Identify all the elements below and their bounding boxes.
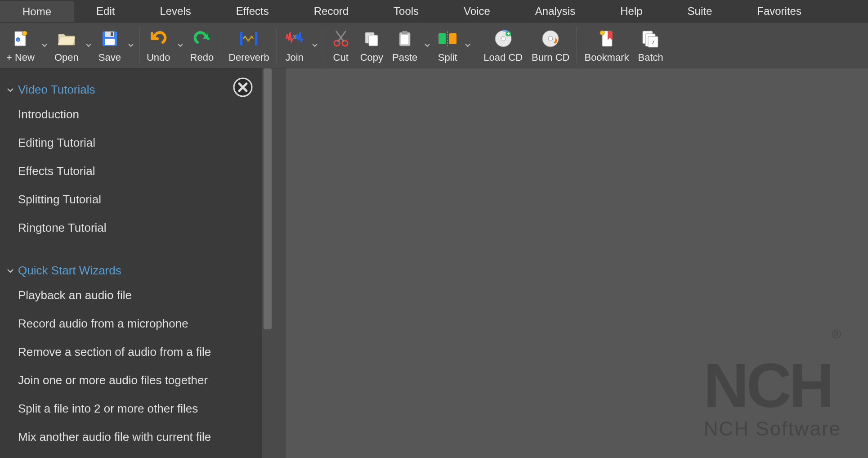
undo-icon: [148, 28, 169, 49]
join-icon: [284, 28, 305, 49]
svg-point-3: [22, 31, 27, 36]
cd-load-icon: [493, 28, 514, 49]
svg-rect-18: [449, 33, 456, 44]
loadcd-button[interactable]: Load CD: [479, 22, 527, 68]
section-quick-start-wizards[interactable]: Quick Start Wizards: [7, 260, 262, 281]
svg-rect-13: [369, 35, 378, 46]
svg-rect-6: [111, 32, 113, 36]
split-button[interactable]: Split: [433, 22, 462, 68]
svg-text:♪: ♪: [17, 38, 19, 42]
copy-icon: [361, 28, 382, 49]
new-file-icon: ♪: [10, 28, 31, 49]
redo-icon: [192, 28, 212, 49]
redo-button[interactable]: Redo: [186, 22, 219, 68]
brand-watermark: NCH® NCH Software: [703, 359, 841, 440]
main-canvas: NCH® NCH Software: [286, 68, 868, 458]
split-icon: [437, 28, 458, 49]
tab-voice[interactable]: Voice: [441, 0, 513, 22]
dereverb-button[interactable]: Dereverb: [224, 22, 273, 68]
svg-rect-9: [255, 32, 258, 45]
copy-button[interactable]: Copy: [356, 22, 388, 68]
section-title: Quick Start Wizards: [18, 264, 121, 278]
section-video-tutorials[interactable]: Video Tutorials: [7, 79, 262, 100]
menu-bar: Home Edit Levels Effects Record Tools Vo…: [0, 0, 868, 22]
tab-favorites[interactable]: Favorites: [734, 0, 824, 22]
tab-levels[interactable]: Levels: [137, 0, 213, 22]
cut-label: Cut: [333, 52, 349, 63]
toolbar: ♪ + New Open: [0, 22, 868, 68]
cut-scissors-icon: [331, 28, 351, 49]
join-dropdown[interactable]: [309, 22, 320, 68]
sidebar-item-introduction[interactable]: Introduction: [7, 100, 262, 129]
undo-dropdown[interactable]: [175, 22, 186, 68]
undo-label: Undo: [147, 52, 170, 63]
close-panel-button[interactable]: [232, 76, 254, 98]
svg-rect-17: [438, 33, 446, 44]
sidebar-item-record-mic[interactable]: Record audio from a microphone: [7, 310, 262, 338]
sidebar-scrollbar[interactable]: [262, 68, 273, 458]
join-button[interactable]: Join: [280, 22, 309, 68]
svg-text:♪: ♪: [652, 39, 654, 45]
dereverb-icon: [238, 28, 259, 49]
svg-rect-7: [105, 39, 115, 45]
svg-rect-8: [240, 32, 243, 45]
tab-effects[interactable]: Effects: [214, 0, 291, 22]
svg-point-24: [548, 36, 553, 41]
sidebar-item-remove-section[interactable]: Remove a section of audio from a file: [7, 338, 262, 366]
open-button[interactable]: Open: [50, 22, 83, 68]
sidebar-item-splitting-tutorial[interactable]: Splitting Tutorial: [7, 185, 262, 214]
split-dropdown[interactable]: [462, 22, 473, 68]
batch-button[interactable]: ♪ Batch: [634, 22, 668, 68]
tab-home[interactable]: Home: [0, 0, 74, 22]
redo-label: Redo: [190, 52, 214, 63]
burncd-button[interactable]: Burn CD: [527, 22, 574, 68]
tab-analysis[interactable]: Analysis: [513, 0, 598, 22]
sidebar-item-mix-file[interactable]: Mix another audio file with current file: [7, 423, 262, 451]
open-folder-icon: [56, 28, 77, 49]
burncd-label: Burn CD: [532, 52, 569, 63]
undo-button[interactable]: Undo: [142, 22, 175, 68]
tab-edit[interactable]: Edit: [74, 0, 137, 22]
sidebar-item-split-files[interactable]: Split a file into 2 or more other files: [7, 395, 262, 423]
new-label: + New: [6, 52, 35, 63]
save-dropdown[interactable]: [125, 22, 136, 68]
bookmark-icon: [596, 28, 617, 49]
sidebar-item-ringtone-tutorial[interactable]: Ringtone Tutorial: [7, 214, 262, 242]
svg-point-26: [600, 31, 604, 35]
sidebar-panel: Video Tutorials Introduction Editing Tut…: [0, 68, 273, 458]
paste-dropdown[interactable]: [422, 22, 433, 68]
tab-record[interactable]: Record: [291, 0, 371, 22]
close-circle-icon: [233, 77, 253, 97]
splitter-handle[interactable]: [273, 68, 286, 458]
chevron-down-icon: [7, 86, 14, 94]
batch-label: Batch: [638, 52, 663, 63]
loadcd-label: Load CD: [483, 52, 523, 63]
join-label: Join: [285, 52, 303, 63]
new-button[interactable]: ♪ + New: [2, 22, 39, 68]
svg-rect-15: [402, 31, 407, 34]
sidebar-item-join-files[interactable]: Join one or more audio files together: [7, 366, 262, 395]
tab-help[interactable]: Help: [598, 0, 665, 22]
scrollbar-thumb[interactable]: [264, 68, 272, 329]
open-dropdown[interactable]: [83, 22, 94, 68]
chevron-down-icon: [7, 267, 14, 274]
bookmark-button[interactable]: Bookmark: [580, 22, 633, 68]
brand-subtitle: NCH Software: [703, 418, 841, 440]
tab-tools[interactable]: Tools: [371, 0, 441, 22]
open-label: Open: [54, 52, 79, 63]
paste-button[interactable]: Paste: [388, 22, 422, 68]
sidebar-item-editing-tutorial[interactable]: Editing Tutorial: [7, 129, 262, 157]
brand-logo: NCH: [703, 350, 832, 421]
new-dropdown[interactable]: [39, 22, 50, 68]
sidebar-item-effects-tutorial[interactable]: Effects Tutorial: [7, 157, 262, 185]
sidebar-item-playback[interactable]: Playback an audio file: [7, 281, 262, 310]
section-title: Video Tutorials: [18, 83, 95, 97]
save-button[interactable]: Save: [94, 22, 125, 68]
cd-burn-icon: [540, 28, 561, 49]
split-label: Split: [438, 52, 457, 63]
cut-button[interactable]: Cut: [326, 22, 356, 68]
save-label: Save: [98, 52, 121, 63]
copy-label: Copy: [360, 52, 383, 63]
paste-clipboard-icon: [394, 28, 415, 49]
tab-suite[interactable]: Suite: [665, 0, 735, 22]
